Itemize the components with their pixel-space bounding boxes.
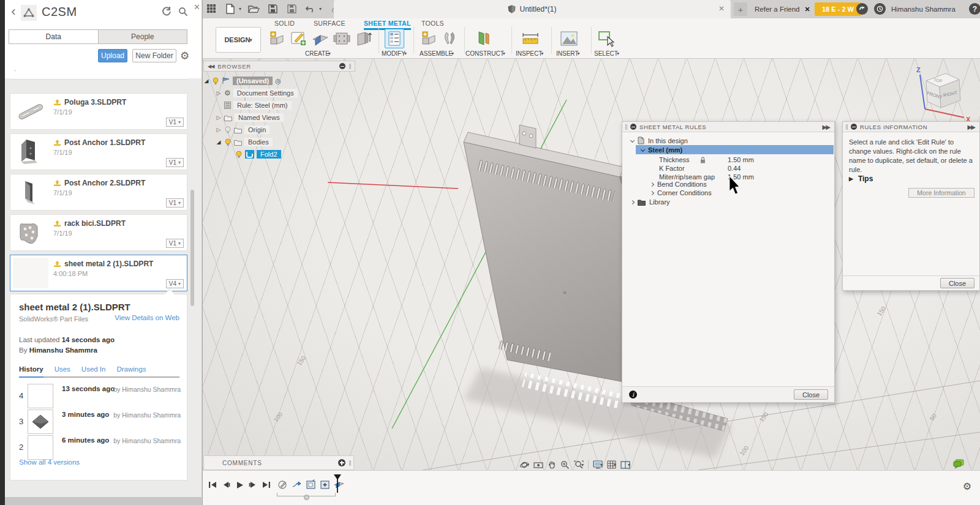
version-dropdown[interactable]: V1▾ <box>166 118 184 127</box>
refer-a-friend[interactable]: Refer a Friend ✕ <box>755 0 810 18</box>
help-icon[interactable]: ? <box>969 3 980 15</box>
close-tab-icon[interactable]: ✕ <box>718 4 725 13</box>
timeline-refold-feature[interactable] <box>319 479 330 490</box>
timeline-group-collapse-icon[interactable] <box>304 495 309 500</box>
chevron-right-icon[interactable] <box>650 190 654 195</box>
panel-grip[interactable] <box>846 124 848 130</box>
version-dropdown[interactable]: V1▾ <box>166 239 184 248</box>
tree-node-label[interactable]: Document Settings <box>233 89 298 97</box>
close-button[interactable]: Close <box>940 278 974 288</box>
library-node[interactable]: Library <box>631 198 670 206</box>
construct-group-label[interactable]: CONSTRUCT▾ <box>466 50 505 57</box>
tab-uses[interactable]: Uses <box>55 365 70 376</box>
document-tab[interactable]: Untitled*(1) ✕ <box>334 0 731 18</box>
activate-component-icon[interactable]: ◎ <box>275 77 281 85</box>
chevron-down-icon[interactable]: ▾ <box>581 462 584 468</box>
view-details-link[interactable]: View Details on Web <box>115 314 179 321</box>
timeline-unfold-feature[interactable] <box>305 479 316 490</box>
flange-tool-icon[interactable] <box>268 29 287 48</box>
undo-icon[interactable] <box>304 2 317 15</box>
more-information-button[interactable]: More Information <box>908 188 974 198</box>
search-icon[interactable] <box>178 7 189 18</box>
sheet-metal-rules-tool-icon[interactable] <box>385 29 404 48</box>
feedback-icon[interactable] <box>953 459 964 471</box>
dialog-grip[interactable] <box>625 124 627 130</box>
timeline-position-marker[interactable] <box>333 474 342 493</box>
corner-conditions-node[interactable]: Corner Conditions <box>650 189 712 196</box>
chevron-down-icon[interactable] <box>641 148 645 152</box>
tab-used-in[interactable]: Used In <box>81 365 106 376</box>
ribbon-tab-tools[interactable]: TOOLS <box>421 20 444 28</box>
tree-node-root[interactable]: ◢ (Unsaved) ◎ <box>203 75 355 87</box>
new-tab-button[interactable]: + <box>734 2 747 16</box>
view-cube[interactable]: Z X TOP FRONT RIGHT <box>905 61 973 125</box>
file-card[interactable]: rack bici.SLDPRT 7/1/19 V1▾ <box>10 214 187 251</box>
panel-header[interactable]: RULES INFORMATION ▶▶ <box>843 122 979 132</box>
rule-steel-selected[interactable]: Steel (mm) <box>636 145 834 154</box>
insert-group-label[interactable]: INSERT▾ <box>556 50 580 57</box>
new-folder-button[interactable]: New Folder <box>132 49 176 62</box>
timeline-sketch-feature[interactable] <box>277 479 288 490</box>
close-panel-icon[interactable]: ✕ <box>194 2 200 12</box>
insert-image-icon[interactable] <box>559 29 579 48</box>
display-settings-tool[interactable]: ▾ <box>593 460 603 469</box>
job-status-icon[interactable] <box>856 3 868 15</box>
select-group-label[interactable]: SELECT▾ <box>594 50 619 57</box>
bulb-icon[interactable] <box>212 77 219 85</box>
bulb-icon[interactable] <box>235 151 243 159</box>
ribbon-tab-solid[interactable]: SOLID <box>274 20 295 28</box>
modify-group-label[interactable]: MODIFY▾ <box>382 50 407 57</box>
user-account-button[interactable]: Himanshu Shammra <box>891 0 956 18</box>
extrude-tool-icon[interactable] <box>353 29 373 48</box>
browser-header[interactable]: ◀◀ BROWSER <box>203 61 355 72</box>
save-as-icon[interactable] <box>285 2 298 15</box>
tree-node-rule[interactable]: Rule: Steel (mm) <box>203 99 355 111</box>
expander-open-icon[interactable]: ◢ <box>203 78 209 84</box>
version-row[interactable]: 4 13 seconds ago by Himanshu Shammra <box>19 384 181 412</box>
tree-node-document-settings[interactable]: ▷ ⚙ Document Settings <box>203 87 355 99</box>
timeline-step-forward-button[interactable] <box>247 479 258 490</box>
tree-node-label[interactable]: Origin <box>244 125 270 134</box>
chevron-down-icon[interactable] <box>630 138 635 143</box>
back-arrow-icon[interactable]: ‹ <box>9 5 18 18</box>
fit-view-tool[interactable]: ▾ <box>574 460 584 469</box>
notifications-clock-icon[interactable] <box>874 3 886 15</box>
minimize-icon[interactable] <box>339 63 345 69</box>
add-comment-icon[interactable] <box>338 459 345 466</box>
app-grid-menu-icon[interactable] <box>205 2 218 15</box>
tree-node-label[interactable]: Rule: Steel (mm) <box>233 101 292 110</box>
select-tool-icon[interactable] <box>597 29 616 48</box>
tab-history[interactable]: History <box>19 365 43 378</box>
expander-open-icon[interactable]: ◢ <box>216 139 222 145</box>
timeline-flange-feature[interactable] <box>291 479 302 490</box>
file-card-selected[interactable]: sheet metal 2 (1).SLDPRT 4:00:18 PM V4▾ <box>10 255 187 291</box>
joint-tool-icon[interactable] <box>440 29 459 48</box>
timeline-go-to-end-button[interactable] <box>261 479 272 490</box>
info-icon[interactable]: i <box>629 391 637 398</box>
file-new-icon[interactable] <box>224 2 237 15</box>
chevron-down-icon[interactable]: ▾ <box>319 6 322 12</box>
chevron-down-icon[interactable]: ▾ <box>600 462 603 468</box>
timeline-settings-gear-icon[interactable]: ⚙ <box>963 481 971 492</box>
grid-snaps-tool[interactable]: ▾ <box>607 460 616 469</box>
fold-tool-icon[interactable] <box>311 29 330 48</box>
bulb-off-icon[interactable] <box>224 126 232 134</box>
comments-bar[interactable]: COMMENTS <box>203 455 354 470</box>
tree-node-fold2[interactable]: Fold2 <box>203 148 355 160</box>
tips-expander[interactable]: ▶ Tips <box>849 174 873 183</box>
tree-node-origin[interactable]: ▷ Origin <box>203 124 355 136</box>
timeline-step-back-button[interactable] <box>221 479 232 490</box>
viewports-tool[interactable]: ▾ <box>620 461 630 469</box>
chevron-down-icon[interactable]: ▾ <box>239 6 241 12</box>
expand-panel-icon[interactable]: ▶▶ <box>823 124 831 130</box>
show-all-versions-link[interactable]: Show all 4 versions <box>19 458 80 466</box>
inspect-group-label[interactable]: INSPECT▾ <box>516 50 543 57</box>
orbit-tool[interactable]: ▾ <box>519 460 529 469</box>
upload-button[interactable]: Upload <box>98 49 127 62</box>
zoom-tool[interactable] <box>560 460 570 469</box>
open-folder-icon[interactable] <box>247 2 260 15</box>
file-card[interactable]: Post Anchor 1.SLDPRT 7/1/19 V1▾ <box>10 133 187 170</box>
bulb-icon[interactable] <box>224 138 232 146</box>
collapse-panel-icon[interactable]: ◀◀ <box>208 64 214 69</box>
version-dropdown[interactable]: V1▾ <box>166 198 184 208</box>
